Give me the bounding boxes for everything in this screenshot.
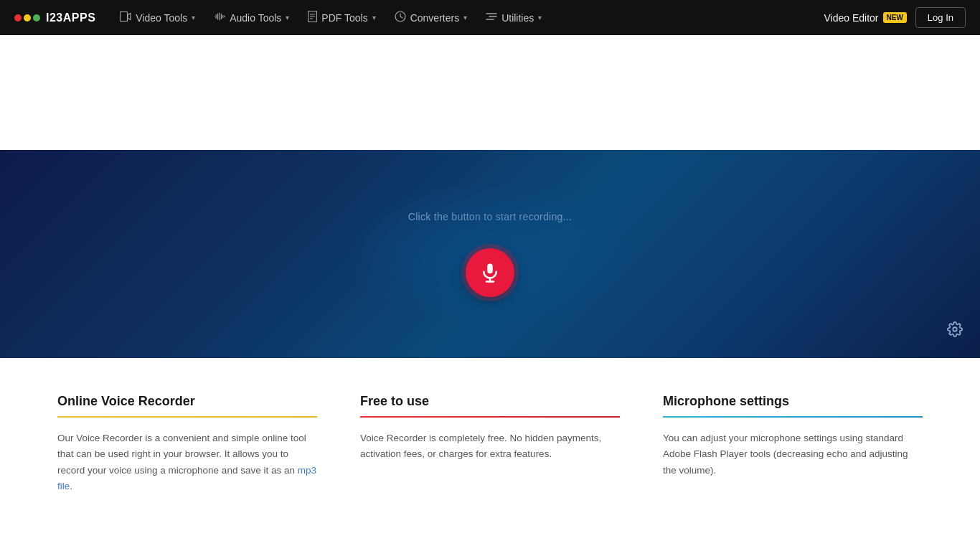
record-button[interactable] — [466, 248, 514, 297]
nav-item-utilities[interactable]: Utilities ▾ — [477, 6, 550, 29]
settings-gear[interactable] — [947, 321, 963, 341]
new-badge: NEW — [883, 12, 907, 23]
info-card-text-microphone: You can adjust your microphone settings … — [663, 430, 923, 479]
info-card-underline-blue — [663, 416, 923, 418]
video-editor-label: Video Editor — [824, 12, 878, 24]
logo-dots — [14, 14, 40, 22]
chevron-converters: ▾ — [463, 14, 467, 22]
mp3-link[interactable]: mp3 file — [57, 465, 316, 491]
info-card-title-microphone: Microphone settings — [663, 394, 923, 409]
logo[interactable]: I23APPS — [14, 11, 95, 24]
video-editor-link[interactable]: Video Editor NEW — [824, 12, 906, 24]
info-card-microphone: Microphone settings You can adjust your … — [663, 394, 923, 494]
nav-items: Video Tools ▾ Audio Tools ▾ — [111, 6, 819, 29]
svg-rect-0 — [121, 12, 128, 22]
info-card-underline-yellow — [57, 416, 317, 418]
svg-rect-16 — [487, 264, 493, 274]
nav-label-pdf-tools: PDF Tools — [321, 12, 367, 24]
logo-dot-red — [14, 14, 22, 22]
info-card-free: Free to use Voice Recorder is completely… — [360, 394, 620, 494]
hero-hint: Click the button to start recording... — [408, 211, 573, 222]
info-card-text-free: Voice Recorder is completely free. No hi… — [360, 430, 620, 463]
logo-dot-green — [33, 14, 40, 22]
login-button[interactable]: Log In — [915, 7, 966, 28]
utilities-icon — [486, 11, 497, 24]
logo-text: I23APPS — [46, 11, 95, 24]
chevron-utilities: ▾ — [538, 14, 542, 22]
nav-item-audio-tools[interactable]: Audio Tools ▾ — [205, 7, 298, 28]
chevron-video-tools: ▾ — [192, 14, 195, 22]
info-card-voice-recorder: Online Voice Recorder Our Voice Recorder… — [57, 394, 317, 494]
nav-label-audio-tools: Audio Tools — [230, 12, 281, 24]
nav-item-converters[interactable]: Converters ▾ — [386, 6, 476, 29]
nav-right: Video Editor NEW Log In — [824, 7, 966, 28]
logo-dot-yellow — [24, 14, 31, 22]
navbar: I23APPS Video Tools ▾ Audio — [0, 0, 980, 35]
video-tools-icon — [120, 11, 131, 24]
info-card-underline-red — [360, 416, 620, 418]
converters-icon — [395, 11, 406, 24]
nav-label-converters: Converters — [410, 12, 459, 24]
info-section: Online Voice Recorder Our Voice Recorder… — [0, 358, 980, 537]
hero-section: Click the button to start recording... — [0, 150, 980, 358]
chevron-audio-tools: ▾ — [286, 14, 289, 22]
nav-label-video-tools: Video Tools — [136, 12, 187, 24]
info-card-title-free: Free to use — [360, 394, 620, 409]
audio-tools-icon — [214, 11, 225, 24]
nav-item-pdf-tools[interactable]: PDF Tools ▾ — [299, 6, 384, 29]
nav-item-video-tools[interactable]: Video Tools ▾ — [111, 7, 204, 28]
info-card-title-voice-recorder: Online Voice Recorder — [57, 394, 317, 409]
info-card-text-voice-recorder: Our Voice Recorder is a convenient and s… — [57, 430, 317, 494]
pdf-tools-icon — [308, 11, 317, 24]
ad-space — [0, 35, 980, 150]
microphone-icon — [479, 262, 501, 283]
chevron-pdf-tools: ▾ — [372, 14, 376, 22]
nav-label-utilities: Utilities — [501, 12, 534, 24]
